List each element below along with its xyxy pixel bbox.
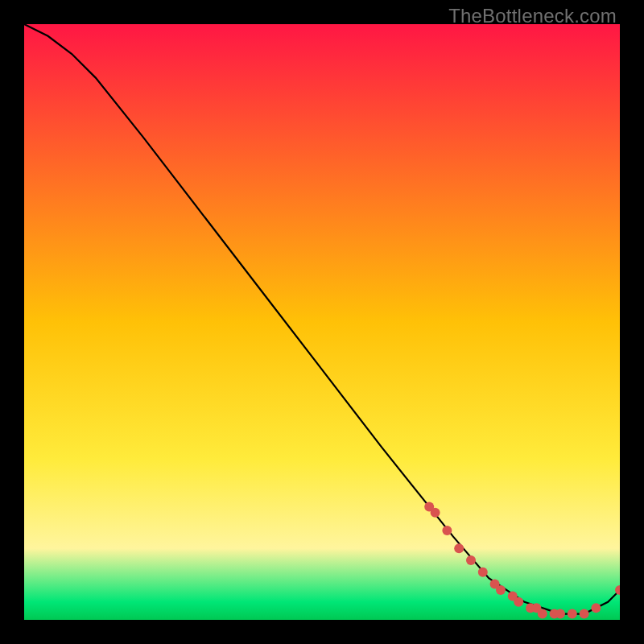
gpu-marker	[431, 508, 440, 518]
bottleneck-chart	[24, 24, 620, 620]
gpu-marker	[538, 609, 547, 619]
gpu-marker	[591, 603, 601, 613]
gpu-marker	[478, 568, 488, 577]
gpu-marker	[466, 555, 476, 565]
gpu-marker	[454, 543, 464, 553]
gradient-background	[24, 24, 620, 620]
gpu-marker	[568, 609, 577, 619]
gpu-marker	[555, 609, 565, 619]
gpu-marker	[514, 597, 523, 607]
chart-frame	[24, 24, 620, 620]
gpu-marker	[580, 609, 589, 619]
gpu-marker	[442, 526, 452, 535]
gpu-marker	[496, 585, 506, 595]
